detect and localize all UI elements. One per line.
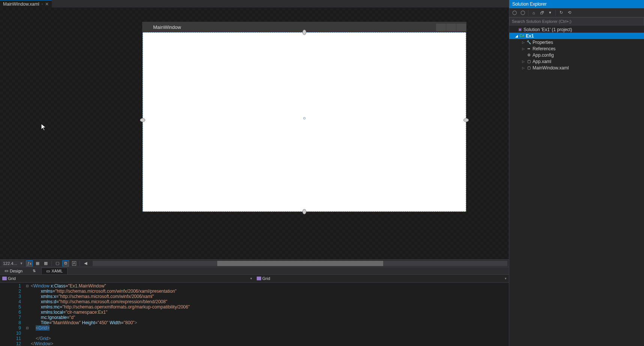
- tab-label: MainWindow.xaml: [3, 2, 39, 7]
- center-marker: [303, 117, 305, 119]
- solution-tree[interactable]: ▣ Solution 'Ex1' (1 project) ◢ C# Ex1 ▷ …: [509, 26, 644, 346]
- fold-gutter[interactable]: ⊟ ⊟: [24, 283, 31, 346]
- tree-item-label: Properties: [533, 40, 553, 45]
- breadcrumb-right-label: Grid: [262, 276, 270, 281]
- chevron-down-icon[interactable]: ▾: [250, 277, 252, 280]
- solution-explorer-toolbar: ◯ ◯ ⌂ 🗗 ▾ ↻ ⟲: [509, 8, 644, 17]
- grid-selection[interactable]: [143, 32, 466, 212]
- expand-icon[interactable]: ▷: [521, 47, 525, 51]
- project-label: Ex1: [526, 33, 534, 39]
- wrench-icon: 🔧: [526, 40, 531, 45]
- sync-icon[interactable]: 🗗: [539, 10, 545, 16]
- breadcrumb-left[interactable]: Grid: [2, 276, 16, 281]
- separator: [555, 10, 556, 16]
- separator: [51, 261, 52, 266]
- solution-label: Solution 'Ex1' (1 project): [524, 27, 572, 32]
- search-placeholder: Search Solution Explorer (Ctrl+;): [512, 19, 572, 24]
- element-icon: [257, 277, 261, 280]
- window-buttons: [436, 24, 466, 31]
- breadcrumb-right[interactable]: Grid: [257, 276, 270, 281]
- designer-toolbar: 122.4… ▼ ƒx ▦ ▩ ▢ ⧉ 🄰 ◀: [0, 259, 509, 267]
- window-preview[interactable]: MainWindow: [142, 22, 466, 212]
- view-switch-tabs: ▭ Design ⇅ ▭ XAML: [0, 267, 509, 274]
- snap-lines-icon[interactable]: ⧉: [62, 260, 69, 266]
- lock-icon[interactable]: 🄰: [71, 260, 77, 266]
- resize-handle-right[interactable]: [463, 118, 469, 122]
- grid-small-icon[interactable]: ▩: [42, 260, 49, 266]
- resize-handle-bottom[interactable]: [302, 209, 306, 214]
- back-icon[interactable]: ◯: [512, 10, 518, 16]
- tree-item[interactable]: ▷ ▢ App.xaml: [509, 58, 644, 65]
- tree-item-label: MainWindow.xaml: [533, 65, 569, 71]
- tree-item[interactable]: ▷ ▢ MainWindow.xaml: [509, 65, 644, 71]
- separator: [528, 10, 528, 16]
- home-icon[interactable]: ⌂: [531, 10, 537, 16]
- line-number-gutter: 123456789101112: [0, 283, 24, 346]
- swap-panes-icon[interactable]: ⇅: [32, 268, 37, 274]
- expand-icon[interactable]: ▷: [521, 66, 525, 70]
- tree-item[interactable]: ▷ ▪▪ References: [509, 45, 644, 52]
- zoom-combo[interactable]: 122.4… ▼: [2, 260, 24, 266]
- window-title: MainWindow: [153, 24, 181, 30]
- xaml-icon: ▢: [526, 59, 531, 64]
- tree-item[interactable]: ⚙ App.config: [509, 52, 644, 58]
- separator: [80, 261, 80, 266]
- solution-search-input[interactable]: Search Solution Explorer (Ctrl+;): [509, 17, 644, 26]
- xaml-tab-label: XAML: [51, 269, 63, 273]
- element-icon: [2, 277, 7, 280]
- design-tab-label: Design: [10, 269, 23, 273]
- grid-large-icon[interactable]: ▦: [34, 260, 41, 266]
- breadcrumb-left-label: Grid: [8, 276, 16, 281]
- xaml-tab-icon: ▭: [46, 269, 50, 274]
- collapse-icon[interactable]: ⟲: [566, 10, 572, 16]
- scrollbar-thumb[interactable]: [217, 261, 383, 266]
- tree-item-label: App.xaml: [533, 59, 551, 64]
- cursor-icon: [41, 124, 47, 133]
- code-content[interactable]: <Window x:Class="Ex1.MainWindow" xmlns="…: [31, 283, 509, 346]
- xaml-code-editor[interactable]: 123456789101112 ⊟ ⊟ <Window x:Class="Ex1…: [0, 282, 509, 346]
- design-tab[interactable]: ▭ Design: [0, 268, 27, 274]
- minimize-button: [436, 24, 446, 31]
- solution-explorer-title: Solution Explorer: [509, 0, 644, 8]
- document-tab-strip: MainWindow.xaml ▫ ✕: [0, 0, 509, 8]
- horizontal-scrollbar[interactable]: [93, 261, 507, 266]
- document-tab-mainwindow[interactable]: MainWindow.xaml ▫ ✕: [0, 0, 52, 8]
- design-tab-icon: ▭: [5, 268, 8, 273]
- zoom-value: 122.4…: [3, 261, 18, 266]
- xaml-designer-canvas[interactable]: MainWindow: [0, 8, 509, 259]
- effects-toggle-icon[interactable]: ƒx: [26, 260, 33, 266]
- project-node[interactable]: ◢ C# Ex1: [509, 33, 644, 39]
- chevron-down-icon[interactable]: ▾: [505, 277, 507, 280]
- xaml-tab[interactable]: ▭ XAML: [41, 268, 68, 274]
- refresh-icon[interactable]: ↻: [558, 10, 564, 16]
- solution-icon: ▣: [517, 27, 522, 32]
- tree-item[interactable]: ▷ 🔧 Properties: [509, 39, 644, 45]
- solution-node[interactable]: ▣ Solution 'Ex1' (1 project): [509, 26, 644, 33]
- tree-item-label: References: [533, 46, 555, 51]
- maximize-button: [446, 24, 456, 31]
- xaml-icon: ▢: [526, 65, 531, 71]
- arrow-left-icon[interactable]: ◀: [82, 260, 89, 266]
- ref-icon: ▪▪: [526, 46, 531, 51]
- solution-explorer-panel: Solution Explorer ◯ ◯ ⌂ 🗗 ▾ ↻ ⟲ Search S…: [509, 0, 644, 346]
- cfg-icon: ⚙: [526, 53, 531, 58]
- close-button: [456, 24, 466, 31]
- forward-icon[interactable]: ◯: [520, 10, 526, 16]
- close-icon[interactable]: ✕: [45, 2, 49, 7]
- chevron-down-icon: ▼: [20, 262, 23, 265]
- tree-item-label: App.config: [533, 53, 554, 58]
- expand-icon[interactable]: ◢: [515, 34, 518, 38]
- snap-icon[interactable]: ▢: [54, 260, 61, 266]
- csharp-project-icon: C#: [519, 33, 525, 39]
- expand-icon[interactable]: ▷: [521, 41, 525, 44]
- expand-icon[interactable]: ▷: [521, 60, 525, 63]
- tab-preview-glyph: ▫: [42, 2, 43, 6]
- breadcrumb-bar: Grid ▾ Grid ▾: [0, 274, 509, 282]
- resize-handle-top[interactable]: [302, 30, 306, 35]
- resize-handle-left[interactable]: [140, 118, 145, 122]
- chevron-down-icon[interactable]: ▾: [547, 10, 553, 16]
